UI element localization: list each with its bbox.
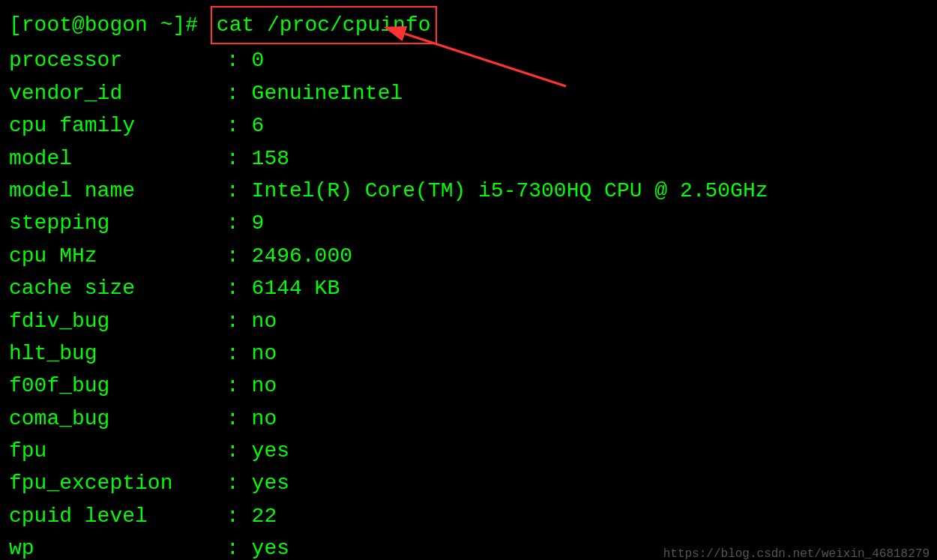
info-value: : no — [226, 305, 277, 337]
info-key: cpu family — [9, 109, 226, 142]
info-line: cpuid level: 22 — [9, 500, 928, 532]
info-line: vendor_id: GenuineIntel — [9, 77, 928, 109]
info-line: model: 158 — [9, 142, 928, 175]
prompt: [root@bogon ~]# — [9, 9, 211, 41]
info-value: : yes — [226, 435, 289, 467]
info-value: : no — [226, 370, 277, 402]
info-key: fpu — [9, 435, 226, 467]
info-key: fdiv_bug — [9, 305, 226, 337]
info-key: processor — [9, 44, 226, 76]
info-key: cpu MHz — [9, 240, 226, 272]
info-line: cache size: 6144 KB — [9, 272, 928, 304]
info-key: cpuid level — [9, 500, 226, 532]
info-key: fpu_exception — [9, 467, 226, 499]
info-key: hlt_bug — [9, 337, 226, 370]
info-key: model — [9, 142, 226, 175]
info-value: : yes — [226, 467, 289, 499]
info-value: : 6 — [226, 109, 264, 142]
info-key: cache size — [9, 272, 226, 304]
info-line: f00f_bug: no — [9, 370, 928, 402]
info-key: wp — [9, 532, 226, 560]
info-value: : 9 — [226, 207, 264, 239]
info-line: coma_bug: no — [9, 403, 928, 435]
info-key: coma_bug — [9, 403, 226, 435]
info-lines: processor: 0vendor_id: GenuineIntelcpu f… — [9, 44, 928, 560]
info-value: : Intel(R) Core(TM) i5-7300HQ CPU @ 2.50… — [226, 175, 768, 207]
info-line: cpu MHz: 2496.000 — [9, 240, 928, 272]
info-value: : yes — [226, 532, 289, 560]
info-key: f00f_bug — [9, 370, 226, 402]
command-line: [root@bogon ~]# cat /proc/cpuinfo — [9, 6, 928, 44]
info-value: : 2496.000 — [226, 240, 352, 272]
command-box: cat /proc/cpuinfo — [211, 6, 437, 44]
info-value: : 22 — [226, 500, 277, 532]
watermark: https://blog.csdn.net/weixin_46818279 — [663, 545, 930, 560]
info-line: model name: Intel(R) Core(TM) i5-7300HQ … — [9, 175, 928, 207]
info-line: fpu: yes — [9, 435, 928, 467]
info-value: : no — [226, 337, 277, 370]
info-value: : no — [226, 403, 277, 435]
info-value: : 0 — [226, 44, 264, 76]
info-line: fpu_exception: yes — [9, 467, 928, 499]
info-line: stepping: 9 — [9, 207, 928, 239]
info-line: processor: 0 — [9, 44, 928, 76]
info-key: vendor_id — [9, 77, 226, 109]
info-value: : 6144 KB — [226, 272, 340, 304]
terminal: [root@bogon ~]# cat /proc/cpuinfo proces… — [0, 0, 937, 560]
info-key: model name — [9, 175, 226, 207]
info-key: stepping — [9, 207, 226, 239]
info-value: : 158 — [226, 142, 289, 175]
info-line: hlt_bug: no — [9, 337, 928, 370]
info-value: : GenuineIntel — [226, 77, 403, 109]
info-line: cpu family: 6 — [9, 109, 928, 142]
info-line: fdiv_bug: no — [9, 305, 928, 337]
